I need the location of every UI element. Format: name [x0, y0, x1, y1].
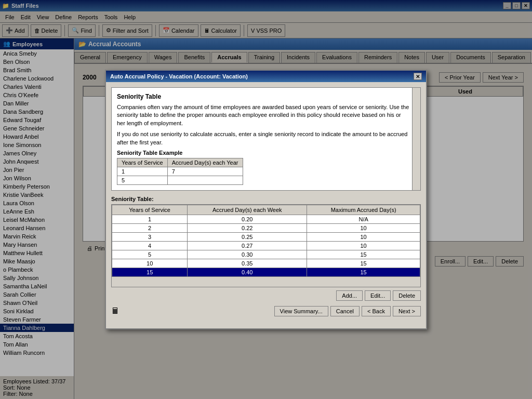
example-row-2-accrued — [167, 176, 243, 184]
modal-table-buttons: Add... Edit... Delete — [111, 290, 421, 301]
seniority-add-button[interactable]: Add... — [336, 290, 363, 301]
example-table: Years of Service Accrued Day(s) each Yea… — [117, 158, 243, 185]
seniority-table-row[interactable]: 150.4015 — [112, 268, 420, 276]
modal-body: Seniority Table Companies often vary the… — [106, 82, 426, 322]
cancel-button[interactable]: Cancel — [330, 306, 360, 316]
example-row-1: 1 7 — [117, 167, 243, 176]
seniority-table-scroll[interactable]: Years of Service Accrued Day(s) each Wee… — [112, 205, 420, 287]
seniority-table-section: Seniority Table: Years of Service Accrue… — [111, 196, 421, 301]
seniority-table-wrapper: Years of Service Accrued Day(s) each Wee… — [111, 204, 421, 287]
seniority-table-row[interactable]: 30.2510 — [112, 232, 420, 241]
modal-titlebar: Auto Accrual Policy - Vacation (Account:… — [106, 71, 426, 82]
seniority-table-row[interactable]: 40.2710 — [112, 241, 420, 250]
seniority-table-row[interactable]: 10.20N/A — [112, 215, 420, 223]
seniority-info-box: Seniority Table Companies often vary the… — [111, 87, 421, 191]
modal-close-button[interactable]: ✕ — [414, 73, 422, 80]
col-max-accrued: Maximum Accrued Day(s) — [307, 205, 420, 215]
col-years-of-service: Years of Service — [112, 205, 188, 215]
modal-bottom-buttons: 🖩 View Summary... Cancel < Back Next > — [111, 306, 421, 316]
seniority-delete-button[interactable]: Delete — [393, 290, 421, 301]
seniority-edit-button[interactable]: Edit... — [365, 290, 391, 301]
seniority-table-row[interactable]: 20.2210 — [112, 223, 420, 232]
example-row-2: 5 — [117, 176, 243, 184]
seniority-table-row[interactable]: 100.3515 — [112, 259, 420, 268]
example-col-accrued: Accrued Day(s) each Year — [167, 158, 243, 167]
modal-nav-buttons: View Summary... Cancel < Back Next > — [274, 306, 421, 316]
col-accrued-week: Accrued Day(s) each Week — [188, 205, 307, 215]
accrual-policy-modal: Auto Accrual Policy - Vacation (Account:… — [105, 70, 427, 329]
seniority-data-table: Years of Service Accrued Day(s) each Wee… — [112, 205, 420, 277]
example-col-years: Years of Service — [117, 158, 168, 167]
calculator-icon-2: 🖩 — [111, 307, 119, 316]
next-button[interactable]: Next > — [393, 306, 421, 316]
back-button[interactable]: < Back — [362, 306, 391, 316]
seniority-para-2: If you do not use seniority to calculate… — [117, 130, 410, 147]
seniority-heading: Seniority Table — [117, 93, 415, 100]
example-row-1-accrued: 7 — [167, 167, 243, 176]
example-heading: Seniority Table Example — [117, 150, 182, 156]
info-scrollbar[interactable] — [412, 88, 420, 190]
modal-title: Auto Accrual Policy - Vacation (Account:… — [110, 73, 248, 79]
seniority-table-heading: Seniority Table: — [111, 196, 421, 202]
seniority-para-1: Companies often vary the amount of time … — [117, 103, 410, 127]
example-row-2-years: 5 — [117, 176, 168, 184]
modal-overlay: Auto Accrual Policy - Vacation (Account:… — [0, 0, 532, 399]
view-summary-button[interactable]: View Summary... — [274, 306, 328, 316]
example-row-1-years: 1 — [117, 167, 168, 176]
seniority-table-row[interactable]: 50.3015 — [112, 250, 420, 259]
